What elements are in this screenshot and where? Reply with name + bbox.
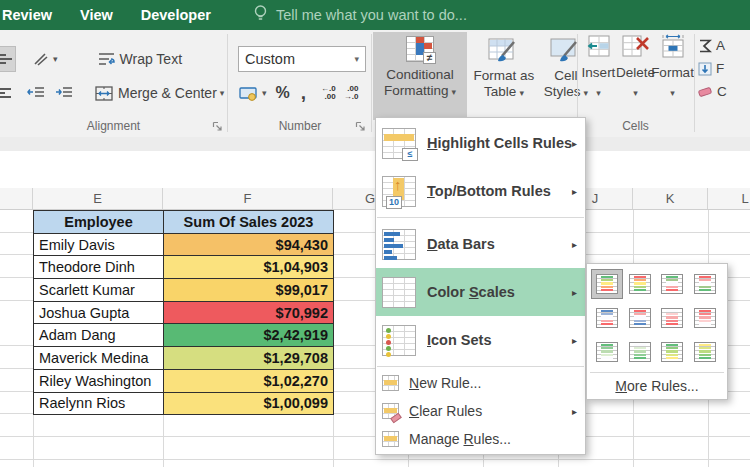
merge-center-button[interactable]: Merge & Center (92, 80, 227, 106)
employee-header-cell[interactable]: Employee (34, 211, 164, 234)
align-left-button[interactable] (0, 80, 14, 106)
alignment-group-label: Alignment (0, 119, 227, 133)
alignment-dialog-launcher-icon[interactable] (212, 121, 223, 132)
sales-cell[interactable]: $1,29,708 (164, 347, 334, 370)
conditional-formatting-label: Conditional (386, 67, 454, 83)
cells-group: Insert Delete Format Cells (579, 30, 692, 137)
increase-decimal-button[interactable]: ←.0 .00 (321, 85, 336, 101)
tell-me-box[interactable]: Tell me what you want to do... (253, 4, 467, 27)
manage-rules-icon (382, 431, 399, 447)
format-button[interactable]: Format (654, 34, 691, 120)
employee-cell[interactable]: Raelynn Rios (34, 392, 164, 415)
conditional-formatting-icon: ≠ (406, 36, 434, 62)
menu-item-clear-rules[interactable]: Clear Rules ▸ (376, 397, 585, 425)
tab-view[interactable]: View (66, 0, 127, 30)
clear-label: C (717, 84, 727, 99)
table-row: Riley Washington $1,02,270 (34, 369, 334, 392)
orientation-button[interactable] (30, 46, 61, 72)
middle-align-button[interactable] (0, 46, 16, 72)
color-scale-option-blue-white-red[interactable] (592, 304, 622, 332)
ribbon-tab-bar: Review View Developer Tell me what you w… (0, 0, 750, 30)
sales-cell[interactable]: $1,00,099 (164, 392, 334, 415)
menu-item-more-rules[interactable]: More Rules... (590, 372, 724, 399)
clear-button[interactable]: C (698, 84, 727, 99)
color-scale-option-green-white[interactable] (592, 338, 622, 366)
accounting-format-button[interactable] (236, 80, 270, 106)
decrease-decimal-button[interactable]: .00 →.0 (344, 85, 359, 101)
format-as-table-button[interactable]: Format as Table (470, 32, 538, 120)
column-header-F[interactable]: F (163, 188, 333, 209)
autosum-button[interactable]: A (698, 38, 725, 53)
color-scale-option-yellow-green[interactable] (690, 338, 720, 366)
data-bars-icon (382, 229, 416, 260)
column-header-L[interactable]: L (708, 188, 750, 209)
conditional-formatting-menu: ≤ Highlight Cells Rules ▸ ↑10 Top/Bottom… (375, 117, 586, 455)
employee-cell[interactable]: Adam Dang (34, 324, 164, 347)
sales-cell[interactable]: $99,017 (164, 279, 334, 302)
comma-style-button[interactable]: , (301, 82, 306, 104)
submenu-arrow-icon: ▸ (572, 335, 577, 346)
number-format-select[interactable]: Custom (238, 46, 366, 72)
table-row: Adam Dang $2,42,919 (34, 324, 334, 347)
menu-item-new-rule[interactable]: New Rule... (376, 369, 585, 397)
increase-indent-button[interactable] (52, 80, 76, 106)
column-header-K[interactable]: K (633, 188, 708, 209)
sales-cell[interactable]: $1,04,903 (164, 256, 334, 279)
color-scale-option-red-yellow-green[interactable] (625, 270, 655, 298)
employee-cell[interactable]: Riley Washington (34, 369, 164, 392)
decrease-decimal-glyph: →.0 (344, 92, 359, 101)
color-scale-option-white-green[interactable] (625, 338, 655, 366)
format-cells-icon (660, 34, 686, 62)
tab-developer[interactable]: Developer (127, 0, 225, 30)
new-rule-icon (382, 375, 399, 391)
table-header-row: Employee Sum Of Sales 2023 (34, 211, 334, 234)
autosum-label: A (716, 38, 725, 53)
sales-cell[interactable]: $94,430 (164, 233, 334, 256)
wrap-text-button[interactable]: Wrap Text (95, 46, 186, 72)
number-dialog-launcher-icon[interactable] (355, 121, 366, 132)
wrap-text-label: Wrap Text (120, 51, 183, 67)
color-scale-option-white-red[interactable] (657, 304, 687, 332)
conditional-formatting-button[interactable]: ≠ Conditional Formatting (373, 32, 467, 120)
employee-cell[interactable]: Theodore Dinh (34, 256, 164, 279)
employee-cell[interactable]: Scarlett Kumar (34, 279, 164, 302)
menu-item-manage-rules[interactable]: Manage Rules... (376, 425, 585, 453)
delete-label: Delete (616, 65, 655, 81)
editing-group: A F C (698, 30, 750, 137)
sales-cell[interactable]: $1,02,270 (164, 369, 334, 392)
number-group: Custom % , ←.0 .00 .00 →.0 Number (230, 30, 370, 137)
percent-style-button[interactable]: % (276, 84, 290, 102)
submenu-arrow-icon: ▸ (572, 138, 577, 149)
employee-cell[interactable]: Emily Davis (34, 233, 164, 256)
color-scale-option-red-white[interactable] (690, 304, 720, 332)
menu-item-icon-sets[interactable]: Icon Sets ▸ (376, 316, 585, 364)
sales-cell[interactable]: $70,992 (164, 301, 334, 324)
column-header-blank[interactable] (0, 188, 33, 209)
tab-review[interactable]: Review (0, 0, 66, 30)
menu-item-color-scales[interactable]: Color Scales ▸ (376, 268, 585, 316)
insert-button[interactable]: Insert (580, 34, 617, 120)
fill-label: F (716, 61, 724, 76)
icon-sets-icon (382, 325, 416, 356)
employee-cell[interactable]: Maverick Medina (34, 347, 164, 370)
sales-cell[interactable]: $2,42,919 (164, 324, 334, 347)
decrease-indent-button[interactable] (24, 80, 48, 106)
menu-separator (377, 366, 584, 367)
color-scale-option-green-white-red[interactable] (657, 270, 687, 298)
color-scale-option-red-white-blue[interactable] (625, 304, 655, 332)
clear-rules-icon (382, 403, 399, 419)
number-group-label: Number (230, 119, 370, 133)
menu-item-data-bars[interactable]: Data Bars ▸ (376, 220, 585, 268)
employee-cell[interactable]: Joshua Gupta (34, 301, 164, 324)
merge-center-label: Merge & Center (118, 85, 217, 101)
fill-button[interactable]: F (698, 61, 724, 76)
color-scale-option-red-white-green[interactable] (690, 270, 720, 298)
menu-item-top-bottom-rules[interactable]: ↑10 Top/Bottom Rules ▸ (376, 167, 585, 215)
format-label: Format (651, 65, 694, 81)
sales-header-cell[interactable]: Sum Of Sales 2023 (164, 211, 334, 234)
menu-item-highlight-cells-rules[interactable]: ≤ Highlight Cells Rules ▸ (376, 119, 585, 167)
delete-button[interactable]: Delete (617, 34, 654, 120)
color-scale-option-green-yellow-red[interactable] (592, 270, 622, 298)
column-header-E[interactable]: E (33, 188, 163, 209)
color-scale-option-green-yellow[interactable] (657, 338, 687, 366)
